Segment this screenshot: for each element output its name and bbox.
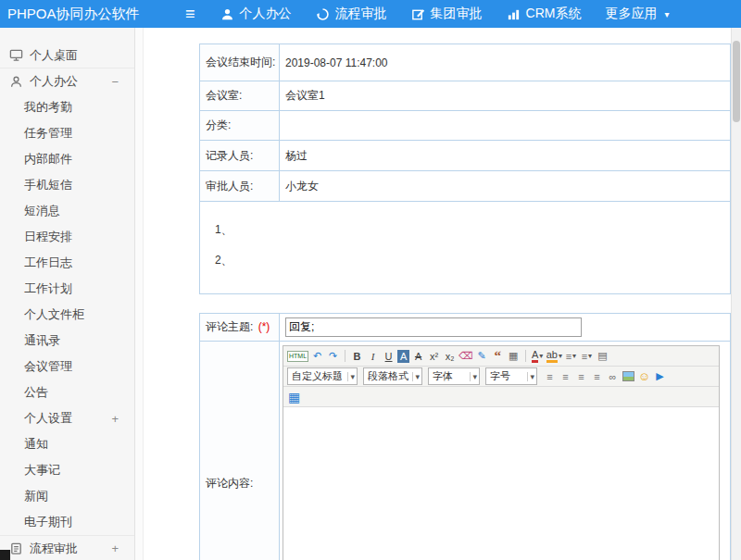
snippet-icon[interactable]: ▦ [507, 348, 521, 365]
superscript-button[interactable]: x² [427, 348, 441, 365]
sidebar-item-label: 个人桌面 [30, 47, 78, 64]
comment-content-cell: HTML ↶ ↷ B I U A A x² [280, 342, 731, 560]
underline-button[interactable]: U [382, 348, 396, 365]
topnav-label: CRM系统 [526, 6, 582, 22]
sidebar-item-short-message[interactable]: 短消息 [0, 198, 134, 224]
subscript-button[interactable]: x₂ [443, 348, 457, 365]
sidebar-item-memorabilia[interactable]: 大事记 [0, 457, 134, 483]
sidebar-item-attendance[interactable]: 我的考勤 [0, 94, 134, 120]
font-color-button[interactable]: A▾ [531, 348, 545, 365]
chevron-down-icon: ▾ [572, 352, 576, 360]
bottom-left-widget[interactable] [0, 550, 10, 560]
link-button[interactable]: ∞ [606, 368, 620, 385]
meeting-content-cell: 1、 2、 [200, 202, 731, 294]
new-document-button[interactable]: ▤ [596, 348, 609, 365]
table-row: 1、 2、 [200, 202, 731, 294]
unordered-list-button[interactable]: ≡▾ [580, 348, 594, 365]
toolbar-separator [345, 350, 345, 362]
sidebar-item-work-plan[interactable]: 工作计划 [0, 276, 134, 302]
sidebar-item-sms[interactable]: 手机短信 [0, 172, 134, 198]
strikethrough-button[interactable]: A [411, 348, 425, 365]
comment-subject-input[interactable] [285, 317, 582, 337]
select-value: 字号 [490, 369, 510, 383]
insert-image-button[interactable] [622, 368, 635, 385]
sidebar-item-notifications[interactable]: 通知 [0, 431, 134, 457]
insert-media-button[interactable]: ▶ [653, 368, 667, 385]
custom-heading-select[interactable]: 自定义标题▾ [287, 367, 358, 385]
sidebar-item-file-cabinet[interactable]: 个人文件柜 [0, 302, 134, 328]
sidebar-item-label: 个人设置 [24, 410, 72, 427]
menu-icon[interactable]: ≡ [185, 6, 195, 22]
table-row: 会议结束时间: 2019-08-07 11:47:00 [200, 44, 731, 81]
sidebar-item-tasks[interactable]: 任务管理 [0, 120, 134, 146]
scrollbar-thumb[interactable] [733, 41, 740, 122]
ordered-list-glyph: ≡ [566, 351, 571, 362]
sidebar-item-announcements[interactable]: 公告 [0, 380, 134, 405]
sidebar-item-label: 新闻 [24, 488, 48, 504]
font-background-button[interactable]: A [397, 350, 409, 363]
sidebar-item-work-log[interactable]: 工作日志 [0, 250, 134, 276]
sidebar-item-workflow[interactable]: 流程审批 + [0, 535, 134, 560]
sidebar-item-label: 公告 [24, 384, 48, 401]
ordered-list-button[interactable]: ≡▾ [564, 348, 578, 365]
topnav-personal-office[interactable]: 个人办公 [220, 6, 292, 22]
vertical-scrollbar[interactable] [731, 28, 741, 560]
topnav-workflow-approval[interactable]: 流程审批 [316, 6, 387, 22]
sidebar-item-label: 个人办公 [30, 73, 78, 90]
expand-icon[interactable]: + [111, 541, 119, 555]
field-label: 分类: [200, 111, 280, 141]
undo-icon[interactable]: ↶ [310, 348, 324, 365]
blockquote-button[interactable]: “ [491, 348, 505, 365]
sidebar-item-internal-mail[interactable]: 内部邮件 [0, 146, 134, 172]
sidebar-item-desktop[interactable]: 个人桌面 [0, 43, 134, 68]
sidebar-item-label: 通讯录 [24, 332, 60, 349]
clipboard-icon [9, 541, 23, 555]
sidebar-item-ejournal[interactable]: 电子期刊 [0, 509, 134, 535]
sidebar-item-label: 短消息 [24, 203, 60, 219]
editor-content-area[interactable] [283, 407, 719, 560]
highlight-color-button[interactable]: ab▾ [546, 348, 562, 365]
font-size-select[interactable]: 字号▾ [485, 367, 537, 385]
paragraph-format-select[interactable]: 段落格式▾ [363, 367, 422, 385]
sidebar-item-personal-office[interactable]: 个人办公 − [0, 68, 134, 94]
bar-chart-icon [507, 7, 521, 21]
app-title: PHPOA协同办公软件 [0, 6, 176, 23]
topnav-crm[interactable]: CRM系统 [507, 6, 582, 22]
topnav-more-apps[interactable]: 更多应用 ▾ [605, 6, 669, 22]
main-content: 会议结束时间: 2019-08-07 11:47:00 会议室: 会议室1 分类… [144, 28, 731, 560]
align-center-button[interactable]: ≡ [559, 368, 572, 385]
html-source-button[interactable]: HTML [287, 351, 308, 362]
table-row: 记录人员: 杨过 [200, 141, 731, 171]
align-left-button[interactable]: ≡ [543, 368, 557, 385]
sidebar-item-label: 日程安排 [24, 229, 72, 245]
topnav-group-approval[interactable]: 集团审批 [411, 6, 483, 22]
sidebar-item-personal-settings[interactable]: 个人设置 + [0, 405, 134, 431]
sidebar-item-news[interactable]: 新闻 [0, 483, 134, 509]
eraser-button[interactable]: ⌫ [458, 348, 473, 365]
content-line: 2、 [215, 245, 730, 276]
meeting-detail-table: 会议结束时间: 2019-08-07 11:47:00 会议室: 会议室1 分类… [199, 44, 731, 294]
redo-icon[interactable]: ↷ [326, 348, 340, 365]
italic-button[interactable]: I [366, 348, 380, 365]
select-value: 字体 [433, 369, 453, 383]
bold-button[interactable]: B [350, 348, 364, 365]
required-mark: (*) [258, 320, 270, 333]
emoticon-button[interactable]: ☺ [637, 368, 651, 385]
align-right-button[interactable]: ≡ [574, 368, 588, 385]
format-painter-button[interactable]: ✎ [475, 348, 489, 365]
sidebar-item-meetings[interactable]: 会议管理 [0, 354, 134, 380]
chevron-down-icon: ▾ [664, 9, 669, 19]
collapse-icon[interactable]: − [111, 75, 119, 89]
sidebar-item-label: 手机短信 [24, 177, 72, 193]
align-justify-button[interactable]: ≡ [590, 368, 604, 385]
insert-table-button[interactable]: ▦ [287, 389, 301, 405]
field-label: 评论主题: [206, 320, 253, 333]
sidebar-item-contacts[interactable]: 通讯录 [0, 328, 134, 354]
font-family-select[interactable]: 字体▾ [428, 367, 480, 385]
chevron-down-icon: ▾ [412, 372, 420, 381]
sidebar-scrollbar[interactable] [135, 28, 144, 560]
sidebar-item-label: 个人文件柜 [24, 306, 84, 323]
field-value: 2019-08-07 11:47:00 [280, 44, 731, 81]
expand-icon[interactable]: + [111, 412, 119, 426]
sidebar-item-schedule[interactable]: 日程安排 [0, 224, 134, 250]
